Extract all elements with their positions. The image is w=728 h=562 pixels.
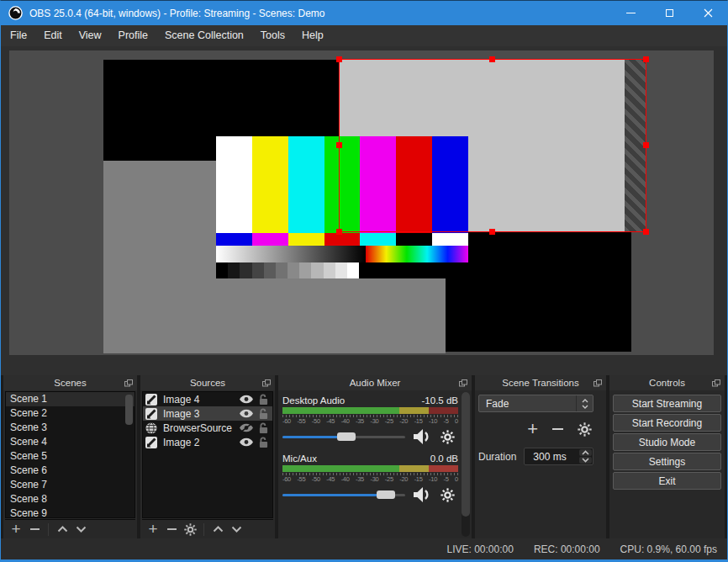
tick-label: 0: [455, 417, 458, 425]
scene-source-black-rect-2[interactable]: [446, 232, 631, 352]
menu-item[interactable]: Profile: [110, 25, 156, 46]
selection-handle-bottom-right[interactable]: [643, 229, 649, 235]
close-button[interactable]: [688, 1, 727, 25]
remove-scene-button[interactable]: [25, 521, 44, 538]
add-scene-button[interactable]: +: [7, 521, 25, 538]
control-button[interactable]: Start Streaming: [613, 395, 721, 412]
volume-slider[interactable]: [282, 432, 405, 441]
scenes-scrollbar-thumb[interactable]: [125, 395, 133, 425]
move-scene-down-button[interactable]: [71, 521, 90, 538]
transitions-title-label: Scene Transitions: [502, 378, 578, 388]
source-properties-button[interactable]: [181, 521, 199, 538]
menu-item[interactable]: Help: [293, 25, 332, 46]
control-button[interactable]: Settings: [613, 453, 721, 470]
dock-icon[interactable]: [124, 379, 133, 387]
lock-open-icon[interactable]: [259, 422, 268, 434]
sources-panel-body: Image 4: [140, 390, 275, 538]
maximize-icon: [666, 9, 673, 17]
scene-row[interactable]: Scene 4: [6, 435, 135, 449]
transition-selected-value: Fade: [479, 398, 576, 410]
live-time: LIVE: 00:00:00: [446, 543, 513, 555]
selection-handle-top-mid[interactable]: [489, 56, 495, 62]
meter-green-segment: [282, 465, 399, 472]
lock-open-icon[interactable]: [259, 437, 268, 448]
control-button[interactable]: Exit: [613, 472, 721, 490]
browser-source-globe-icon: [145, 422, 157, 434]
source-row[interactable]: Image 4: [143, 392, 272, 406]
channel-name: Mic/Aux: [282, 453, 317, 464]
scene-row[interactable]: Scene 6: [6, 464, 135, 478]
scene-row[interactable]: Scene 8: [6, 492, 135, 506]
meter-yellow-segment: [399, 465, 429, 472]
volume-slider[interactable]: [282, 490, 405, 499]
menu-item[interactable]: File: [2, 25, 35, 46]
source-row[interactable]: Image 2: [143, 435, 272, 449]
duration-spinbox[interactable]: 300 ms: [524, 448, 593, 465]
combo-arrows: [576, 395, 593, 411]
visibility-eye-icon[interactable]: [240, 409, 253, 418]
dock-icon[interactable]: [262, 379, 271, 387]
control-button[interactable]: Start Recording: [613, 414, 721, 432]
source-row-selected[interactable]: Image 3: [143, 406, 272, 421]
control-button[interactable]: Studio Mode: [613, 433, 721, 451]
tick-label: -60: [282, 475, 291, 483]
lock-open-icon[interactable]: [259, 408, 268, 420]
mixer-channel-mic-aux: Mic/Aux 0.0 dB -60-55-50-45-40-35-30-25-…: [282, 452, 458, 503]
preview-canvas[interactable]: [9, 50, 714, 355]
volume-meter: [282, 465, 458, 472]
duration-increase-button[interactable]: [579, 449, 592, 456]
menu-item[interactable]: View: [71, 25, 110, 46]
move-source-down-button[interactable]: [227, 521, 245, 538]
dock-icon[interactable]: [459, 379, 467, 387]
gear-icon[interactable]: [440, 430, 455, 444]
scene-row[interactable]: Scene 9: [6, 506, 135, 518]
mixer-scrollbar-thumb[interactable]: [462, 392, 470, 517]
selection-handle-mid-right[interactable]: [643, 142, 649, 148]
selection-handle-top-right[interactable]: [643, 56, 649, 62]
source-row[interactable]: BrowserSource: [143, 421, 272, 435]
scene-row[interactable]: Scene 2: [6, 406, 135, 421]
tick-label: -60: [282, 417, 291, 425]
scene-row[interactable]: Scene 5: [6, 449, 135, 464]
selection-handle-bottom-left[interactable]: [336, 229, 342, 235]
transition-properties-gear-icon[interactable]: [578, 422, 592, 437]
scene-row[interactable]: Scene 3: [6, 421, 135, 435]
mixer-scrollbar[interactable]: [462, 392, 470, 537]
visibility-eye-icon[interactable]: [240, 395, 253, 404]
tick-label: -5: [443, 475, 448, 483]
dock-icon[interactable]: [593, 379, 602, 387]
selection-handle-bottom-mid[interactable]: [489, 229, 495, 235]
visibility-eye-slash-icon[interactable]: [240, 423, 253, 432]
dock-icon[interactable]: [712, 379, 720, 387]
selection-handle-mid-left[interactable]: [336, 142, 342, 148]
chevron-down-icon: [231, 526, 242, 533]
menu-item[interactable]: Edit: [35, 25, 71, 46]
move-source-up-button[interactable]: [208, 521, 227, 538]
slider-handle[interactable]: [337, 432, 356, 441]
maximize-button[interactable]: [650, 1, 688, 25]
selection-handle-top-left[interactable]: [336, 56, 342, 62]
tick-label: -30: [370, 475, 378, 483]
transition-select[interactable]: Fade: [478, 395, 593, 412]
remove-transition-button[interactable]: [552, 428, 563, 430]
duration-value: 300 ms: [525, 451, 578, 463]
lock-open-icon[interactable]: [259, 394, 268, 406]
slider-handle[interactable]: [377, 490, 395, 499]
move-scene-up-button[interactable]: [53, 521, 71, 538]
scene-row[interactable]: Scene 1: [6, 392, 135, 406]
minimize-button[interactable]: [611, 1, 650, 25]
chevron-down-icon: [582, 405, 588, 409]
remove-source-button[interactable]: [162, 521, 181, 538]
duration-decrease-button[interactable]: [579, 457, 592, 464]
add-source-button[interactable]: +: [144, 521, 162, 538]
scene-row[interactable]: Scene 7: [6, 478, 135, 492]
gear-icon[interactable]: [440, 488, 455, 502]
colorbar: [216, 233, 252, 246]
visibility-eye-icon[interactable]: [240, 437, 253, 447]
speaker-icon[interactable]: [414, 487, 432, 502]
add-transition-button[interactable]: +: [527, 422, 538, 437]
menu-item[interactable]: Scene Collection: [156, 25, 252, 46]
speaker-icon[interactable]: [414, 429, 432, 444]
menu-item[interactable]: Tools: [252, 25, 293, 46]
colorbar: [288, 136, 324, 233]
